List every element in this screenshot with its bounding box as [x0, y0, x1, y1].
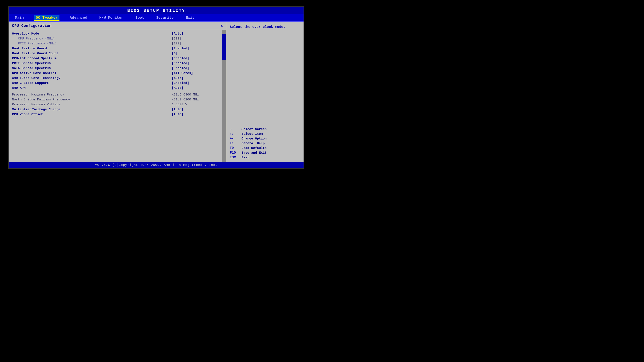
setting-row[interactable]: PCIE Frequency (MHz)[100] — [12, 41, 219, 46]
setting-value: x31.0 6200 MHz — [172, 98, 219, 101]
setting-row[interactable]: CPU Vcore Offset[Auto] — [12, 112, 219, 117]
setting-value: [Auto] — [172, 108, 219, 111]
bios-screen: BIOS SETUP UTILITY MainOC TweakerAdvance… — [8, 6, 304, 169]
footer: v02.67C (C)Copyright 1985-2009, American… — [9, 162, 304, 168]
setting-row[interactable]: Boot Failure Guard[Enabled] — [12, 46, 219, 51]
panel-header: CPU Configuration ▲ — [9, 22, 226, 30]
setting-name: CPU Active Core Control — [12, 71, 172, 75]
setting-name: Processor Maximum Voltage — [12, 103, 172, 106]
setting-row[interactable]: Processor Maximum Voltage1.5500 V — [12, 102, 219, 107]
setting-name: Processor Maximum Frequency — [12, 93, 172, 97]
setting-name: Boot Failure Guard — [12, 47, 172, 50]
setting-name: PCIE Frequency (MHz) — [12, 42, 172, 45]
setting-value: [Enabled] — [172, 47, 219, 50]
setting-row[interactable]: AMD C-State Support[Enabled] — [12, 81, 219, 86]
title-bar: BIOS SETUP UTILITY — [9, 7, 304, 14]
setting-row[interactable]: AMD Turbo Core Technology[Auto] — [12, 76, 219, 81]
setting-value: x31.5 6300 MHz — [172, 93, 219, 97]
key-symbol: ↔ — [230, 127, 242, 131]
panel-title: CPU Configuration — [12, 23, 52, 28]
main-content: CPU Configuration ▲ Overclock Mode[Auto]… — [9, 22, 304, 162]
setting-value: [Auto] — [172, 76, 219, 80]
scrollbar[interactable] — [222, 30, 226, 162]
setting-name: PCIE Spread Spectrum — [12, 62, 172, 65]
key-symbol: ESC — [230, 156, 242, 159]
setting-name: Overclock Mode — [12, 32, 172, 36]
key-bindings: ↔Select Screen↑↓Select Item+-Change Opti… — [230, 127, 300, 159]
setting-value: [100] — [172, 42, 219, 45]
left-panel: CPU Configuration ▲ Overclock Mode[Auto]… — [9, 22, 226, 162]
nav-item-oc-tweaker[interactable]: OC Tweaker — [34, 15, 60, 20]
key-desc: Load Defaults — [242, 146, 266, 150]
key-desc: Select Item — [242, 132, 263, 136]
setting-name: CPU Frequency (MHz) — [12, 37, 172, 40]
key-binding-row: F9Load Defaults — [230, 146, 300, 150]
setting-name: AMD C-State Support — [12, 81, 172, 85]
settings-list: Overclock Mode[Auto]CPU Frequency (MHz)[… — [9, 30, 222, 118]
scroll-thumb — [222, 34, 226, 60]
nav-item-exit[interactable]: Exit — [184, 15, 196, 20]
key-symbol: ↑↓ — [230, 132, 242, 136]
setting-row[interactable]: CPU/LDT Spread Spectrum[Enabled] — [12, 56, 219, 61]
setting-value: [Auto] — [172, 113, 219, 116]
setting-name: North Bridge Maximum Frequency — [12, 98, 172, 101]
key-binding-row: ESCExit — [230, 156, 300, 159]
key-symbol: F10 — [230, 151, 242, 155]
nav-item-boot[interactable]: Boot — [134, 15, 146, 20]
setting-row[interactable]: North Bridge Maximum Frequencyx31.0 6200… — [12, 97, 219, 102]
setting-name: CPU Vcore Offset — [12, 113, 172, 116]
setting-row[interactable]: PCIE Spread Spectrum[Enabled] — [12, 61, 219, 66]
right-panel: Select the over clock mode. ↔Select Scre… — [226, 22, 304, 162]
help-text: Select the over clock mode. — [230, 24, 300, 125]
nav-item-advanced[interactable]: Advanced — [68, 15, 89, 20]
key-symbol: F1 — [230, 141, 242, 145]
setting-value: [200] — [172, 37, 219, 40]
nav-item-main[interactable]: Main — [13, 15, 26, 20]
setting-name: CPU/LDT Spread Spectrum — [12, 57, 172, 60]
left-panel-inner: Overclock Mode[Auto]CPU Frequency (MHz)[… — [9, 30, 226, 162]
setting-value: [Enabled] — [172, 57, 219, 60]
setting-row[interactable]: CPU Active Core Control[All Cores] — [12, 71, 219, 76]
key-binding-row: ↔Select Screen — [230, 127, 300, 131]
setting-name: AMD Turbo Core Technology — [12, 76, 172, 80]
nav-item-security[interactable]: Security — [154, 15, 176, 20]
setting-value: [Auto] — [172, 86, 219, 90]
setting-row[interactable]: CPU Frequency (MHz)[200] — [12, 36, 219, 41]
key-binding-row: ↑↓Select Item — [230, 132, 300, 136]
nav-item-h/w-monitor[interactable]: H/W Monitor — [98, 15, 125, 20]
section-divider — [12, 90, 219, 92]
setting-row[interactable]: SATA Spread Spectrum[Enabled] — [12, 66, 219, 71]
setting-value: 1.5500 V — [172, 103, 219, 106]
key-binding-row: F10Save and Exit — [230, 151, 300, 155]
nav-menu: MainOC TweakerAdvancedH/W MonitorBootSec… — [9, 14, 304, 22]
setting-name: Multiplier/Voltage Change — [12, 108, 172, 111]
setting-value: [Enabled] — [172, 66, 219, 70]
setting-row[interactable]: Overclock Mode[Auto] — [12, 31, 219, 36]
setting-value: [3] — [172, 52, 219, 55]
bios-title: BIOS SETUP UTILITY — [127, 8, 185, 13]
settings-area: Overclock Mode[Auto]CPU Frequency (MHz)[… — [9, 30, 222, 162]
setting-row[interactable]: Processor Maximum Frequencyx31.5 6300 MH… — [12, 92, 219, 97]
key-desc: Change Option — [242, 137, 266, 141]
setting-value: [Enabled] — [172, 62, 219, 65]
setting-value: [Auto] — [172, 32, 219, 36]
setting-name: AMD APM — [12, 86, 172, 90]
setting-name: Boot Failure Guard Count — [12, 52, 172, 55]
key-desc: Save and Exit — [242, 151, 266, 155]
key-desc: General Help — [242, 142, 265, 145]
scroll-up-arrow[interactable]: ▲ — [221, 24, 223, 28]
key-symbol: F9 — [230, 146, 242, 150]
key-desc: Exit — [242, 156, 249, 159]
setting-name: SATA Spread Spectrum — [12, 66, 172, 70]
setting-value: [All Cores] — [172, 71, 219, 75]
footer-text: v02.67C (C)Copyright 1985-2009, American… — [95, 163, 218, 167]
key-symbol: +- — [230, 137, 242, 141]
setting-row[interactable]: Boot Failure Guard Count[3] — [12, 51, 219, 56]
setting-row[interactable]: Multiplier/Voltage Change[Auto] — [12, 107, 219, 112]
key-desc: Select Screen — [242, 127, 266, 131]
key-binding-row: +-Change Option — [230, 137, 300, 141]
setting-row[interactable]: AMD APM[Auto] — [12, 86, 219, 90]
key-binding-row: F1General Help — [230, 141, 300, 145]
setting-value: [Enabled] — [172, 81, 219, 85]
